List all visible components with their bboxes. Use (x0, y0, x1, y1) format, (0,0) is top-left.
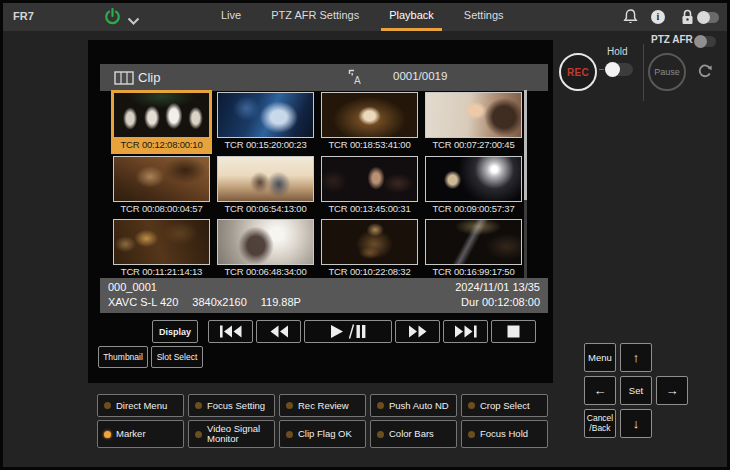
clip-browser-panel: Clip A 0001/0019 TCR 00:12:08:00:10 TCR … (88, 40, 553, 383)
next-clip-button[interactable] (443, 320, 488, 343)
lock-toggle[interactable] (698, 12, 719, 23)
notification-bell-icon[interactable] (623, 9, 638, 25)
clip-timecode: TCR 00:16:99:17:50 (425, 265, 522, 279)
film-strip-icon (114, 71, 134, 85)
rewind-button[interactable] (256, 320, 301, 343)
clip-image (113, 156, 210, 202)
display-button[interactable]: Display (152, 320, 198, 343)
clip-thumbnail[interactable]: TCR 00:13:45:00:31 (321, 156, 418, 216)
assignable-video-signal-monitor[interactable]: Video Signal Monitor (188, 420, 275, 448)
fast-forward-button[interactable] (395, 320, 440, 343)
clip-scrollbar-thumb[interactable] (524, 90, 527, 200)
hold-link-tick (599, 69, 604, 70)
clip-thumbnail[interactable]: TCR 00:08:00:04:57 (113, 156, 210, 216)
clip-datetime: 2024/11/01 13/35 (455, 280, 540, 295)
clip-image (217, 219, 314, 265)
status-dot (377, 402, 384, 409)
clip-duration: Dur 00:12:08:00 (455, 295, 540, 310)
arrow-down-button[interactable]: ↓ (620, 409, 652, 438)
status-dot (195, 402, 202, 409)
clip-thumbnail[interactable]: TCR 00:18:53:41:00 (321, 92, 418, 152)
clip-thumbnail-grid: TCR 00:12:08:00:10 TCR 00:15:20:00:23 TC… (113, 92, 524, 279)
slot-select-button[interactable]: Slot Select (151, 346, 203, 368)
clip-thumbnail[interactable]: TCR 00:06:54:13:00 (217, 156, 314, 216)
arrow-left-button[interactable]: ← (584, 376, 616, 405)
reset-rotate-icon[interactable] (697, 63, 713, 79)
clip-thumbnail[interactable]: TCR 00:15:20:00:23 (217, 92, 314, 152)
info-icon[interactable]: i (651, 10, 665, 24)
assignable-color-bars[interactable]: Color Bars (370, 420, 457, 448)
assignable-focus-hold[interactable]: Focus Hold (461, 420, 548, 448)
clip-timecode: TCR 00:06:54:13:00 (217, 202, 314, 216)
assignable-focus-setting[interactable]: Focus Setting (188, 394, 275, 417)
clip-thumbnail[interactable]: TCR 00:16:99:17:50 (425, 219, 522, 279)
left-arrow-icon: ← (594, 383, 607, 398)
arrow-up-button[interactable]: ↑ (620, 343, 652, 372)
assignable-marker[interactable]: Marker (97, 420, 184, 448)
right-arrow-icon: → (666, 383, 679, 398)
up-arrow-icon: ↑ (633, 350, 640, 365)
tab-settings[interactable]: Settings (456, 2, 512, 31)
menu-button[interactable]: Menu (584, 343, 616, 372)
status-dot (286, 402, 293, 409)
clip-image (217, 156, 314, 202)
clip-thumbnail[interactable]: TCR 00:07:27:00:45 (425, 92, 522, 152)
cancel-back-button[interactable]: Cancel /Back (584, 409, 616, 438)
clip-image (113, 219, 210, 265)
clip-name: 000_0001 (108, 280, 315, 295)
assignable-crop-select[interactable]: Crop Select (461, 394, 548, 417)
status-dot (468, 431, 475, 438)
ptz-afr-toggle[interactable] (695, 36, 716, 47)
power-icon[interactable] (104, 8, 121, 25)
device-name: FR7 (13, 10, 34, 22)
clip-thumbnail[interactable]: TCR 00:06:48:34:00 (217, 219, 314, 279)
clip-thumbnail[interactable]: TCR 00:09:00:57:37 (425, 156, 522, 216)
stop-button[interactable] (491, 320, 536, 343)
chevron-down-icon[interactable] (127, 12, 140, 21)
status-dot (286, 431, 293, 438)
clip-image (321, 156, 418, 202)
play-pause-button[interactable] (304, 320, 392, 343)
previous-clip-button[interactable] (208, 320, 253, 343)
down-arrow-icon: ↓ (633, 416, 640, 431)
svg-text:A: A (354, 75, 361, 86)
clip-image (321, 219, 418, 265)
clip-thumbnail[interactable]: TCR 00:11:21:14:13 (113, 219, 210, 279)
status-dot (377, 431, 384, 438)
clip-thumbnail[interactable]: TCR 00:10:22:08:32 (321, 219, 418, 279)
clip-codec: XAVC S-L 420 (108, 296, 178, 308)
pause-button[interactable]: Pause (648, 53, 686, 91)
clip-timecode: TCR 00:15:20:00:23 (217, 138, 314, 152)
clip-info-bar: 000_0001 XAVC S-L 4203840x2160119.88P 20… (100, 278, 548, 313)
clip-framerate: 119.88P (261, 296, 301, 308)
tab-ptz-afr-settings[interactable]: PTZ AFR Settings (263, 2, 367, 31)
clip-image (217, 92, 314, 138)
tab-playback[interactable]: Playback (381, 2, 442, 31)
clip-resolution: 3840x2160 (192, 296, 246, 308)
thumbnail-button[interactable]: Thumbnail (98, 346, 148, 368)
clip-thumbnail[interactable]: TCR 00:12:08:00:10 (113, 92, 210, 152)
assignable-push-auto-nd[interactable]: Push Auto ND (370, 394, 457, 417)
set-button[interactable]: Set (620, 376, 652, 405)
clip-image (425, 156, 522, 202)
clip-timecode: TCR 00:09:00:57:37 (425, 202, 522, 216)
sort-order-icon[interactable]: A (348, 69, 363, 86)
assignable-clip-flag-ok[interactable]: Clip Flag OK (279, 420, 366, 448)
clip-timecode: TCR 00:10:22:08:32 (321, 265, 418, 279)
assignable-button-grid: Direct Menu Focus Setting Rec Review Pus… (97, 394, 548, 448)
assignable-direct-menu[interactable]: Direct Menu (97, 394, 184, 417)
arrow-right-button[interactable]: → (656, 376, 688, 405)
hold-toggle[interactable] (606, 63, 633, 76)
assignable-rec-review[interactable]: Rec Review (279, 394, 366, 417)
clip-image (425, 92, 522, 138)
tab-live[interactable]: Live (213, 2, 249, 31)
rec-button[interactable]: REC (559, 53, 597, 91)
clip-image (113, 92, 210, 138)
hold-label: Hold (607, 46, 628, 57)
clip-timecode: TCR 00:12:08:00:10 (113, 138, 210, 152)
clip-scrollbar[interactable] (524, 90, 527, 278)
clip-header: Clip A 0001/0019 (100, 64, 548, 91)
clip-image (425, 219, 522, 265)
lock-icon[interactable] (681, 9, 694, 25)
clip-timecode: TCR 00:11:21:14:13 (113, 265, 210, 279)
